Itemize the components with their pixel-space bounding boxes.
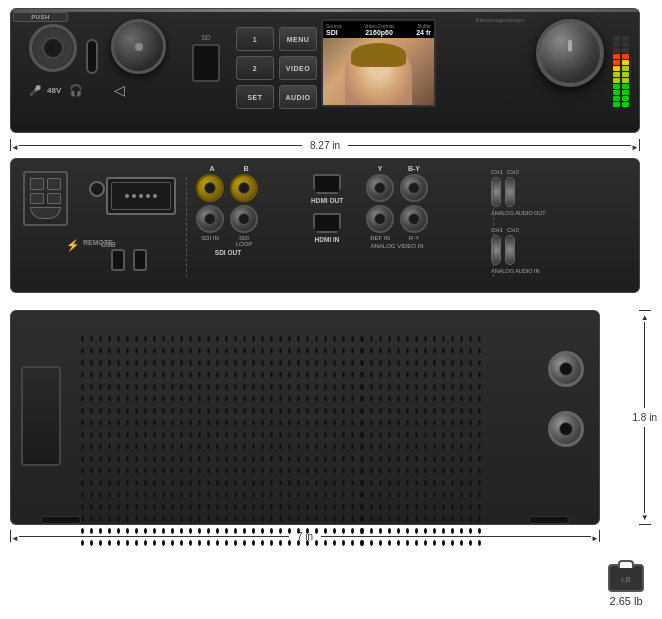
vent-hole bbox=[306, 468, 309, 474]
vent-hole bbox=[288, 516, 291, 522]
main-knob[interactable] bbox=[536, 19, 604, 87]
vent-hole bbox=[189, 384, 192, 390]
vent-hole bbox=[261, 372, 264, 378]
vent-hole bbox=[424, 384, 427, 390]
dimension-width-bottom-label: 7 in bbox=[289, 531, 321, 542]
vent-hole bbox=[324, 408, 327, 414]
vent-hole bbox=[180, 408, 183, 414]
vent-hole bbox=[351, 468, 354, 474]
button-video[interactable]: VIDEO bbox=[279, 56, 317, 80]
vent-hole bbox=[315, 492, 318, 498]
vent-hole bbox=[451, 432, 454, 438]
vent-hole bbox=[433, 420, 436, 426]
vent-hole bbox=[81, 396, 84, 402]
lcd-video-content bbox=[323, 38, 434, 106]
vent-hole bbox=[388, 372, 391, 378]
vent-hole bbox=[379, 408, 382, 414]
vent-hole bbox=[379, 396, 382, 402]
vent-hole bbox=[90, 348, 93, 354]
vent-hole bbox=[297, 504, 300, 510]
vent-hole bbox=[207, 408, 210, 414]
vent-hole bbox=[451, 372, 454, 378]
vent-hole bbox=[333, 420, 336, 426]
vent-hole bbox=[180, 348, 183, 354]
vent-hole bbox=[162, 516, 165, 522]
vent-hole bbox=[126, 468, 129, 474]
vent-hole bbox=[451, 444, 454, 450]
vent-hole bbox=[171, 468, 174, 474]
vent-hole bbox=[189, 504, 192, 510]
vent-hole bbox=[216, 444, 219, 450]
volume-knob[interactable] bbox=[111, 19, 166, 74]
vent-hole bbox=[433, 516, 436, 522]
vent-hole bbox=[117, 420, 120, 426]
vent-hole bbox=[261, 480, 264, 486]
vent-hole bbox=[126, 516, 129, 522]
vent-hole bbox=[424, 432, 427, 438]
sd-slot[interactable] bbox=[192, 44, 220, 82]
vent-hole bbox=[406, 396, 409, 402]
vent-hole bbox=[306, 516, 309, 522]
vent-hole bbox=[451, 420, 454, 426]
hdmi-in-port bbox=[313, 213, 341, 233]
vent-hole bbox=[270, 456, 273, 462]
vent-hole bbox=[370, 468, 373, 474]
vent-hole bbox=[180, 492, 183, 498]
vent-hole bbox=[171, 372, 174, 378]
vent-hole bbox=[297, 360, 300, 366]
analog-audio-out-section: CH1 CH2 ANALOG AUDIO OUT bbox=[491, 169, 546, 217]
vent-row bbox=[81, 420, 481, 426]
vent-hole bbox=[117, 372, 120, 378]
vent-hole bbox=[126, 444, 129, 450]
vent-hole bbox=[415, 492, 418, 498]
vent-hole bbox=[153, 360, 156, 366]
vent-hole bbox=[324, 336, 327, 342]
vent-hole bbox=[469, 480, 472, 486]
vent-hole bbox=[342, 444, 345, 450]
vent-hole bbox=[99, 420, 102, 426]
vent-hole bbox=[406, 504, 409, 510]
vent-hole bbox=[252, 408, 255, 414]
vent-hole bbox=[342, 456, 345, 462]
hdmi-out-section: HDMI OUT HDMI IN bbox=[311, 174, 343, 243]
button-audio[interactable]: AUDIO bbox=[279, 85, 317, 109]
vent-hole bbox=[469, 348, 472, 354]
vent-hole bbox=[469, 492, 472, 498]
button-set[interactable]: SET bbox=[236, 85, 274, 109]
button-menu[interactable]: MENU bbox=[279, 27, 317, 51]
vent-hole bbox=[297, 384, 300, 390]
vent-hole bbox=[234, 396, 237, 402]
sdi-out-label: SDI OUT bbox=[196, 249, 260, 256]
vent-hole bbox=[216, 360, 219, 366]
headphone-icon: 🎧 bbox=[69, 84, 83, 97]
hdmi-in-port-wrap bbox=[313, 213, 341, 233]
vent-hole bbox=[189, 420, 192, 426]
vent-hole bbox=[126, 504, 129, 510]
button-2[interactable]: 2 bbox=[236, 56, 274, 80]
r-y-label: R-Y bbox=[400, 235, 428, 241]
vent-hole bbox=[243, 360, 246, 366]
vent-hole bbox=[99, 480, 102, 486]
analog-audio-in-label: ANALOG AUDIO IN bbox=[491, 268, 540, 275]
vent-hole bbox=[135, 348, 138, 354]
vent-hole bbox=[261, 492, 264, 498]
vent-hole bbox=[433, 372, 436, 378]
vent-hole bbox=[424, 420, 427, 426]
bnc-b-y bbox=[400, 174, 428, 202]
vent-hole bbox=[415, 516, 418, 522]
vent-hole bbox=[117, 348, 120, 354]
vent-hole bbox=[216, 432, 219, 438]
vent-hole bbox=[469, 408, 472, 414]
vent-hole bbox=[162, 384, 165, 390]
vent-hole bbox=[324, 372, 327, 378]
vent-hole bbox=[108, 420, 111, 426]
vent-hole bbox=[270, 504, 273, 510]
vent-hole bbox=[342, 384, 345, 390]
button-1[interactable]: 1 bbox=[236, 27, 274, 51]
vent-hole bbox=[81, 384, 84, 390]
vent-hole bbox=[126, 348, 129, 354]
vent-hole bbox=[135, 420, 138, 426]
audio-out-jacks-row bbox=[491, 177, 546, 207]
vent-hole bbox=[297, 348, 300, 354]
vent-hole bbox=[379, 468, 382, 474]
